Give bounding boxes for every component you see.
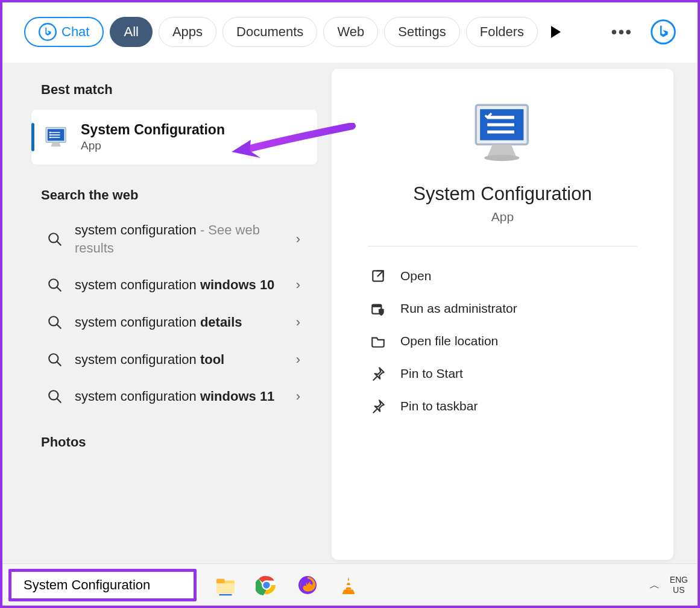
- web-result-text: system configuration tool: [75, 351, 284, 369]
- search-icon: [47, 389, 63, 404]
- detail-pane: System Configuration App OpenRun as admi…: [332, 69, 673, 560]
- pin-icon: [370, 366, 386, 381]
- taskbar-search-box[interactable]: [8, 569, 197, 601]
- photos-heading: Photos: [41, 434, 317, 450]
- file-explorer-icon[interactable]: [215, 574, 236, 596]
- best-match-title: System Configuration: [81, 122, 225, 138]
- detail-action[interactable]: Run as administrator: [368, 292, 637, 325]
- chevron-right-icon: ›: [296, 389, 300, 404]
- pin-icon: [370, 398, 386, 414]
- taskbar-search-input[interactable]: [24, 577, 189, 593]
- detail-action[interactable]: Pin to taskbar: [368, 390, 637, 422]
- svg-point-6: [49, 136, 51, 138]
- web-result[interactable]: system configuration windows 10 ›: [41, 270, 317, 300]
- svg-line-14: [57, 362, 61, 366]
- svg-rect-26: [216, 578, 225, 583]
- chevron-right-icon: ›: [296, 231, 300, 247]
- action-label: Run as administrator: [400, 301, 517, 316]
- svg-point-5: [49, 134, 51, 136]
- chevron-right-icon: ›: [296, 277, 300, 293]
- detail-subtitle: App: [368, 210, 637, 224]
- chrome-icon[interactable]: [256, 574, 277, 596]
- svg-line-10: [57, 287, 61, 291]
- svg-line-12: [57, 324, 61, 328]
- best-match-subtitle: App: [81, 139, 225, 152]
- action-label: Open file location: [400, 334, 498, 348]
- svg-rect-28: [219, 594, 232, 595]
- system-configuration-icon: [43, 124, 70, 151]
- svg-point-19: [484, 155, 519, 161]
- action-label: Open: [400, 269, 431, 283]
- web-result[interactable]: system configuration - See web results ›: [41, 215, 317, 263]
- web-result[interactable]: system configuration tool ›: [41, 345, 317, 375]
- admin-shield-icon: [370, 301, 386, 316]
- svg-rect-27: [216, 583, 235, 594]
- svg-rect-22: [372, 305, 381, 307]
- web-result-text: system configuration details: [75, 313, 284, 331]
- search-icon: [47, 315, 63, 330]
- chevron-right-icon: ›: [296, 352, 300, 368]
- language-indicator[interactable]: ENG US: [670, 575, 688, 594]
- svg-point-4: [49, 131, 51, 133]
- best-match-result[interactable]: System Configuration App: [31, 110, 317, 165]
- tray-overflow-chevron-icon[interactable]: ︿: [649, 578, 660, 592]
- chevron-right-icon: ›: [296, 315, 300, 330]
- svg-rect-33: [347, 580, 350, 583]
- detail-title: System Configuration: [368, 183, 637, 205]
- taskbar: ︿ ENG US: [2, 563, 698, 606]
- detail-action[interactable]: Open file location: [368, 325, 637, 357]
- firefox-icon[interactable]: [297, 574, 318, 596]
- detail-app-icon: [470, 99, 536, 165]
- web-result-text: system configuration - See web results: [75, 221, 284, 257]
- detail-action[interactable]: Pin to Start: [368, 357, 637, 390]
- search-icon: [47, 277, 63, 293]
- web-result-text: system configuration windows 11: [75, 387, 284, 406]
- svg-line-16: [57, 399, 61, 403]
- svg-rect-34: [346, 585, 352, 588]
- web-result[interactable]: system configuration details ›: [41, 307, 317, 337]
- web-result-text: system configuration windows 10: [75, 276, 284, 294]
- svg-line-8: [57, 241, 61, 245]
- open-external-icon: [370, 268, 386, 284]
- best-match-heading: Best match: [41, 82, 317, 98]
- folder-icon: [370, 333, 386, 349]
- search-icon: [47, 352, 63, 368]
- search-icon: [47, 231, 63, 247]
- search-results-content: Best match System Configuration App Sear…: [2, 63, 698, 566]
- vlc-icon[interactable]: [338, 574, 359, 596]
- detail-divider: [368, 246, 637, 246]
- results-left-pane: Best match System Configuration App Sear…: [2, 63, 327, 566]
- detail-action[interactable]: Open: [368, 260, 637, 292]
- taskbar-pinned-apps: [215, 574, 359, 596]
- action-label: Pin to Start: [400, 366, 463, 381]
- web-result[interactable]: system configuration windows 11 ›: [41, 381, 317, 412]
- action-label: Pin to taskbar: [400, 399, 478, 413]
- search-web-heading: Search the web: [41, 187, 317, 203]
